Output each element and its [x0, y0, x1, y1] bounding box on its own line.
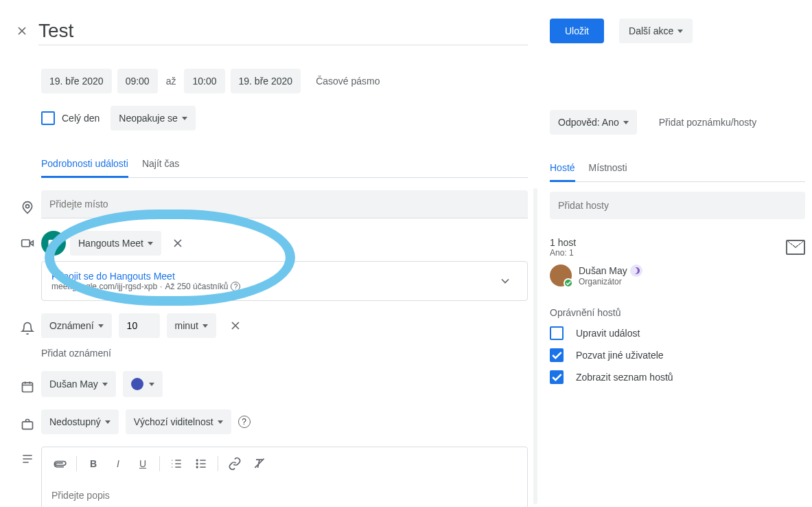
- help-icon[interactable]: ?: [231, 282, 240, 291]
- briefcase-icon: [14, 412, 41, 431]
- meet-url-text: meet.google.com/ijj-rgsd-xpb: [51, 282, 157, 291]
- attach-icon[interactable]: [44, 448, 75, 479]
- save-button[interactable]: Uložit: [550, 19, 604, 43]
- event-color-dropdown[interactable]: [123, 371, 163, 397]
- meet-badge-icon: [41, 231, 66, 256]
- perm-edit-label: Upravit událost: [576, 328, 640, 339]
- remove-notification-icon[interactable]: [223, 313, 248, 338]
- to-label: až: [163, 76, 179, 87]
- permissions-title: Oprávnění hostů: [550, 307, 805, 318]
- add-notification-link[interactable]: Přidat oznámení: [41, 348, 528, 359]
- perm-see-label: Zobrazit seznam hostů: [576, 372, 673, 383]
- svg-rect-4: [23, 422, 33, 429]
- bell-icon: [14, 316, 41, 335]
- svg-point-6: [196, 463, 198, 464]
- visibility-help-icon[interactable]: ?: [238, 416, 251, 428]
- perm-invite-checkbox[interactable]: [550, 348, 564, 362]
- guest-item[interactable]: Dušan May Organizátor: [550, 264, 805, 286]
- accepted-badge-icon: [564, 278, 573, 288]
- visibility-dropdown[interactable]: Výchozí viditelnost: [126, 409, 231, 434]
- meet-capacity-text: Až 250 účastníků: [165, 282, 228, 291]
- calendar-icon: [14, 374, 41, 394]
- availability-dropdown[interactable]: Nedostupný: [41, 409, 119, 434]
- underline-icon[interactable]: U: [132, 453, 154, 475]
- start-date[interactable]: 19. bře 2020: [41, 69, 112, 93]
- event-title-input[interactable]: [38, 17, 528, 45]
- color-dot: [131, 378, 143, 390]
- bold-icon[interactable]: B: [82, 453, 104, 475]
- description-icon: [14, 447, 41, 466]
- bullet-list-icon[interactable]: [190, 453, 212, 475]
- guest-yes-count: Ano: 1: [550, 248, 576, 258]
- svg-point-0: [26, 204, 30, 207]
- close-icon[interactable]: [14, 23, 30, 39]
- svg-rect-1: [22, 240, 30, 247]
- tab-guests[interactable]: Hosté: [550, 162, 575, 182]
- notification-value-input[interactable]: [119, 313, 160, 338]
- svg-point-7: [196, 466, 198, 468]
- conferencing-dropdown[interactable]: Hangouts Meet: [70, 231, 161, 256]
- end-date[interactable]: 19. bře 2020: [231, 69, 301, 93]
- expand-meet-icon[interactable]: [493, 269, 518, 293]
- timezone-link[interactable]: Časové pásmo: [316, 76, 380, 87]
- svg-rect-3: [23, 383, 33, 392]
- perm-invite-label: Pozvat jiné uživatele: [576, 350, 664, 361]
- tab-rooms[interactable]: Místnosti: [589, 162, 627, 181]
- moon-icon: [630, 264, 642, 277]
- notification-unit-dropdown[interactable]: minut: [167, 313, 216, 338]
- description-input[interactable]: [42, 480, 527, 507]
- response-dropdown[interactable]: Odpověd: Ano: [550, 110, 637, 135]
- guest-name: Dušan May: [579, 265, 627, 276]
- video-icon: [14, 231, 41, 250]
- clear-format-icon[interactable]: [248, 453, 270, 475]
- perm-edit-checkbox[interactable]: [550, 326, 564, 340]
- calendar-owner-dropdown[interactable]: Dušan May: [41, 371, 116, 397]
- tab-find-time[interactable]: Najít čas: [142, 158, 179, 177]
- guest-count: 1 host: [550, 237, 576, 248]
- notification-type-dropdown[interactable]: Oznámení: [41, 313, 112, 338]
- remove-conferencing-icon[interactable]: [165, 231, 190, 256]
- email-guests-icon[interactable]: [786, 240, 805, 255]
- end-time[interactable]: 10:00: [184, 69, 224, 93]
- add-note-link[interactable]: Přidat poznámku/hosty: [659, 117, 756, 128]
- svg-rect-2: [49, 240, 56, 247]
- more-actions-button[interactable]: Další akce: [619, 19, 693, 43]
- location-input[interactable]: [41, 190, 528, 218]
- italic-icon[interactable]: I: [107, 453, 129, 475]
- location-icon: [14, 195, 41, 214]
- perm-see-checkbox[interactable]: [550, 370, 564, 384]
- svg-point-5: [196, 460, 198, 461]
- start-time[interactable]: 09:00: [117, 69, 158, 93]
- add-guest-input[interactable]: [550, 192, 805, 219]
- all-day-checkbox[interactable]: [41, 111, 55, 125]
- numbered-list-icon[interactable]: [165, 453, 187, 475]
- avatar: [550, 264, 572, 286]
- recurrence-dropdown[interactable]: Neopakuje se: [111, 106, 196, 131]
- tab-details[interactable]: Podrobnosti události: [41, 158, 128, 178]
- meet-join-link[interactable]: Připojit se do Hangouts Meet: [51, 271, 240, 282]
- link-icon[interactable]: [224, 453, 246, 475]
- all-day-label: Celý den: [62, 113, 100, 124]
- guest-role: Organizátor: [579, 277, 805, 286]
